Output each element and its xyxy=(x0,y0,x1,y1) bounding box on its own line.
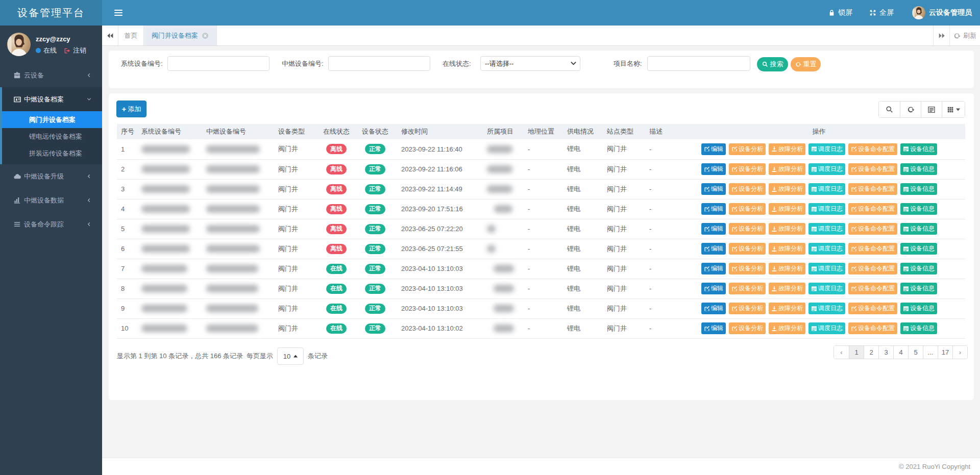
action-设备分析-button[interactable]: 设备分析 xyxy=(729,322,766,334)
sidebar-item-cloud-device[interactable]: 云设备 xyxy=(0,63,102,87)
action-调度日志-button[interactable]: 调度日志 xyxy=(808,283,845,294)
action-设备信息-button[interactable]: 设备信息 xyxy=(900,203,937,215)
reset-button[interactable]: 重置 xyxy=(791,57,821,71)
action-故障分析-button[interactable]: 故障分析 xyxy=(769,243,805,255)
action-故障分析-button[interactable]: 故障分析 xyxy=(769,163,805,175)
action-设备分析-button[interactable]: 设备分析 xyxy=(729,163,766,175)
action-故障分析-button[interactable]: 故障分析 xyxy=(769,223,805,235)
action-调度日志-button[interactable]: 调度日志 xyxy=(808,243,845,255)
action-故障分析-button[interactable]: 故障分析 xyxy=(769,183,805,195)
sidebar-toggle-icon[interactable] xyxy=(114,8,122,17)
page-size-dropdown[interactable]: 10 xyxy=(277,347,304,365)
sidebar-subitem-assembled-remote-archives[interactable]: 拼装远传设备档案 xyxy=(2,145,102,162)
action-故障分析-button[interactable]: 故障分析 xyxy=(769,283,805,294)
sidebar-item-command-tracking[interactable]: 设备命令跟踪 xyxy=(0,212,102,236)
action-设备分析-button[interactable]: 设备分析 xyxy=(729,303,766,314)
action-故障分析-button[interactable]: 故障分析 xyxy=(769,303,805,314)
action-设备信息-button[interactable]: 设备信息 xyxy=(900,183,937,195)
col-device-type[interactable]: 设备类型 xyxy=(274,124,319,139)
action-故障分析-button[interactable]: 故障分析 xyxy=(769,203,805,215)
action-设备分析-button[interactable]: 设备分析 xyxy=(729,143,766,155)
action-设备分析-button[interactable]: 设备分析 xyxy=(729,243,766,255)
action-调度日志-button[interactable]: 调度日志 xyxy=(808,263,845,274)
sidebar-subitem-valve-well-archives[interactable]: 阀门井设备档案 xyxy=(2,111,102,128)
action-故障分析-button[interactable]: 故障分析 xyxy=(769,263,805,274)
col-power[interactable]: 供电情况 xyxy=(563,124,603,139)
action-设备信息-button[interactable]: 设备信息 xyxy=(900,163,937,175)
action-编辑-button[interactable]: 编辑 xyxy=(701,263,726,274)
sidebar-subitem-lithium-remote-archives[interactable]: 锂电远传设备档案 xyxy=(2,128,102,145)
action-设备命令配置-button[interactable]: 设备命令配置 xyxy=(848,223,897,235)
action-设备命令配置-button[interactable]: 设备命令配置 xyxy=(848,263,897,274)
col-desc[interactable]: 描述 xyxy=(645,124,697,139)
tab-home[interactable]: 首页 xyxy=(118,26,144,45)
action-设备信息-button[interactable]: 设备信息 xyxy=(900,223,937,235)
col-geo[interactable]: 地理位置 xyxy=(524,124,563,139)
page-prev-button[interactable]: ‹ xyxy=(834,346,849,359)
col-site-type[interactable]: 站点类型 xyxy=(603,124,645,139)
tab-valve-well-archives[interactable]: 阀门井设备档案 xyxy=(144,26,217,45)
action-调度日志-button[interactable]: 调度日志 xyxy=(808,322,845,334)
action-设备信息-button[interactable]: 设备信息 xyxy=(900,322,937,334)
action-设备命令配置-button[interactable]: 设备命令配置 xyxy=(848,183,897,195)
page-4-button[interactable]: 4 xyxy=(893,346,908,359)
action-调度日志-button[interactable]: 调度日志 xyxy=(808,143,845,155)
project-name-input[interactable] xyxy=(647,56,750,71)
page-5-button[interactable]: 5 xyxy=(908,346,923,359)
tabs-scroll-right-button[interactable] xyxy=(933,26,949,45)
tabs-scroll-left-button[interactable] xyxy=(102,26,118,45)
navbar-user-menu[interactable]: 云设备管理员 xyxy=(912,6,972,19)
action-编辑-button[interactable]: 编辑 xyxy=(701,243,726,255)
tab-refresh-button[interactable]: 刷新 xyxy=(949,26,980,45)
col-gas-code[interactable]: 中燃设备编号 xyxy=(202,124,274,139)
page-...-button[interactable]: ... xyxy=(923,346,938,359)
page-1-button[interactable]: 1 xyxy=(849,346,864,359)
action-设备命令配置-button[interactable]: 设备命令配置 xyxy=(848,243,897,255)
action-设备信息-button[interactable]: 设备信息 xyxy=(900,143,937,155)
action-设备命令配置-button[interactable]: 设备命令配置 xyxy=(848,283,897,294)
col-index[interactable]: 序号 xyxy=(117,124,137,139)
search-button[interactable]: 搜索 xyxy=(757,57,788,71)
action-编辑-button[interactable]: 编辑 xyxy=(701,283,726,294)
col-modified[interactable]: 修改时间 xyxy=(397,124,483,139)
action-调度日志-button[interactable]: 调度日志 xyxy=(808,183,845,195)
action-设备命令配置-button[interactable]: 设备命令配置 xyxy=(848,303,897,314)
sys-code-input[interactable] xyxy=(167,56,270,71)
action-编辑-button[interactable]: 编辑 xyxy=(701,303,726,314)
lock-screen-button[interactable]: 锁屏 xyxy=(828,8,852,17)
tab-close-icon[interactable] xyxy=(202,32,209,39)
action-设备信息-button[interactable]: 设备信息 xyxy=(900,283,937,294)
action-编辑-button[interactable]: 编辑 xyxy=(701,223,726,235)
online-status-select[interactable]: --请选择-- xyxy=(480,56,580,71)
action-调度日志-button[interactable]: 调度日志 xyxy=(808,303,845,314)
action-编辑-button[interactable]: 编辑 xyxy=(701,163,726,175)
action-设备信息-button[interactable]: 设备信息 xyxy=(900,243,937,255)
page-2-button[interactable]: 2 xyxy=(864,346,878,359)
page-3-button[interactable]: 3 xyxy=(878,346,893,359)
action-编辑-button[interactable]: 编辑 xyxy=(701,143,726,155)
action-设备命令配置-button[interactable]: 设备命令配置 xyxy=(848,203,897,215)
action-设备分析-button[interactable]: 设备分析 xyxy=(729,263,766,274)
page-17-button[interactable]: 17 xyxy=(938,346,952,359)
action-设备命令配置-button[interactable]: 设备命令配置 xyxy=(848,163,897,175)
action-设备信息-button[interactable]: 设备信息 xyxy=(900,303,937,314)
table-refresh-button[interactable] xyxy=(900,102,921,117)
action-编辑-button[interactable]: 编辑 xyxy=(701,203,726,215)
action-设备信息-button[interactable]: 设备信息 xyxy=(900,263,937,274)
action-编辑-button[interactable]: 编辑 xyxy=(701,183,726,195)
action-设备分析-button[interactable]: 设备分析 xyxy=(729,183,766,195)
page-next-button[interactable]: › xyxy=(952,346,967,359)
action-设备命令配置-button[interactable]: 设备命令配置 xyxy=(848,143,897,155)
action-设备分析-button[interactable]: 设备分析 xyxy=(729,223,766,235)
table-detail-view-button[interactable] xyxy=(921,102,942,117)
action-故障分析-button[interactable]: 故障分析 xyxy=(769,143,805,155)
action-调度日志-button[interactable]: 调度日志 xyxy=(808,223,845,235)
fullscreen-button[interactable]: 全屏 xyxy=(869,8,894,17)
user-avatar[interactable] xyxy=(7,33,31,56)
table-columns-button[interactable] xyxy=(942,102,965,117)
sidebar-item-device-data[interactable]: 中燃设备数据 xyxy=(0,188,102,212)
action-调度日志-button[interactable]: 调度日志 xyxy=(808,203,845,215)
action-故障分析-button[interactable]: 故障分析 xyxy=(769,322,805,334)
sidebar-item-device-upgrade[interactable]: 中燃设备升级 xyxy=(0,164,102,188)
action-设备命令配置-button[interactable]: 设备命令配置 xyxy=(848,322,897,334)
